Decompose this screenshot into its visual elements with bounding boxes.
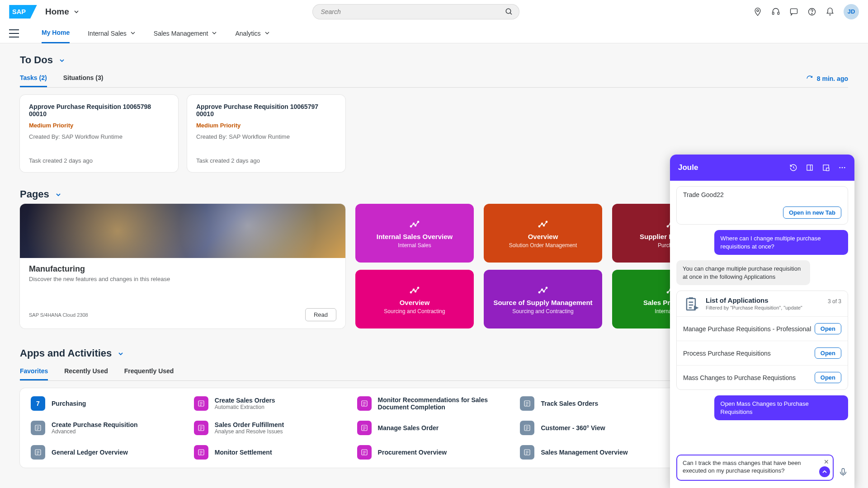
task-card[interactable]: Approve Purchase Requisition 10065797 00… [187,95,345,172]
page-tile[interactable]: Overview Solution Order Management [484,204,602,263]
feature-version: SAP S/4HANA Cloud 2308 [29,312,88,318]
chevron-down-icon [56,188,62,200]
app-icon [520,445,534,460]
headset-icon[interactable] [771,7,780,16]
task-priority: Medium Priority [196,122,336,129]
app-title: Monitor Recommendations for Sales Docume… [378,396,511,411]
open-in-new-tab-button[interactable]: Open in new Tab [783,206,841,219]
app-item[interactable]: Monitor Settlement [194,445,348,460]
app-item[interactable]: Create Purchase RequisitionAdvanced [31,421,185,435]
clear-input-icon[interactable]: ✕ [824,458,829,465]
svg-point-12 [415,225,416,226]
app-item[interactable]: 7Purchasing [31,396,185,411]
location-icon[interactable] [753,7,762,16]
expand-icon[interactable] [806,164,814,172]
feature-title: Manufacturing [29,264,336,274]
app-title: Customer - 360° View [541,424,605,432]
svg-point-17 [418,287,419,288]
joule-input[interactable] [683,459,816,475]
app-title: Manage Sales Order [378,424,439,432]
tile-subtitle: Internal Sales [398,242,431,249]
home-dropdown[interactable]: Home [45,7,79,17]
open-button[interactable]: Open [815,323,841,334]
todos-title[interactable]: To Dos [20,54,848,66]
search-input[interactable] [312,4,519,19]
svg-rect-5 [773,12,774,14]
joule-context-card: Trade Good22 Open in new Tab [676,186,848,225]
svg-rect-6 [778,12,779,14]
app-item[interactable]: Create Sales OrdersAutomatic Extraction [194,396,348,411]
feature-subtitle: Discover the new features and changes in… [29,276,336,282]
tab-tasks[interactable]: Tasks (2) [20,70,47,87]
list-item-label: Manage Purchase Requisitions - Professio… [683,325,815,333]
popout-icon[interactable] [822,164,830,172]
svg-point-26 [667,225,669,227]
app-item[interactable]: Procurement Overview [357,445,511,460]
nav-analytics[interactable]: Analytics [235,23,269,43]
app-item[interactable]: Manage Sales Order [357,421,511,435]
chat-icon[interactable] [789,7,798,16]
more-icon[interactable] [838,164,846,172]
app-title: Sales Order Fulfillment [215,421,284,428]
help-icon[interactable] [807,7,816,16]
page-tile[interactable]: Overview Sourcing and Contracting [355,270,474,328]
tab-situations[interactable]: Situations (3) [63,70,104,87]
history-icon[interactable] [789,164,797,172]
nav-sales-management[interactable]: Sales Management [154,23,217,43]
nav-internal-sales[interactable]: Internal Sales [88,23,136,43]
open-button[interactable]: Open [815,347,841,359]
app-title: Create Purchase Requisition [52,421,138,428]
svg-point-16 [415,291,416,292]
tab-frequently-used[interactable]: Frequently Used [124,363,174,380]
svg-rect-48 [807,165,812,170]
bell-icon[interactable] [826,7,835,16]
app-icon [31,421,45,435]
refresh-button[interactable]: 8 min. ago [806,75,848,82]
feature-card[interactable]: Manufacturing Discover the new features … [20,204,345,328]
tile-title: Internal Sales Overview [377,233,453,240]
menu-button[interactable] [9,29,19,38]
avatar[interactable]: JD [844,4,859,19]
sap-logo[interactable]: SAP [9,5,37,19]
nav-my-home[interactable]: My Home [42,23,70,43]
joule-input-wrap[interactable]: ✕ [676,455,834,481]
svg-point-13 [418,221,419,222]
svg-point-9 [811,13,812,14]
task-card[interactable]: Approve Purchase Requisition 10065798 00… [20,95,178,172]
app-icon [194,396,208,411]
joule-title: Joule [678,163,698,172]
svg-point-30 [667,291,669,293]
tab-recently-used[interactable]: Recently Used [64,363,108,380]
app-item[interactable]: Track Sales Orders [520,396,674,411]
svg-point-4 [757,9,759,11]
mic-icon[interactable] [838,467,848,477]
chevron-down-icon [264,30,270,37]
chevron-down-icon [59,54,66,66]
svg-point-25 [546,287,547,288]
send-button[interactable] [819,466,830,477]
chevron-down-icon [118,347,124,359]
app-icon [357,445,372,460]
open-button[interactable]: Open [815,372,841,383]
chart-icon [538,284,548,295]
app-icon [357,421,372,435]
read-button[interactable]: Read [305,308,336,321]
app-item[interactable]: Sales Order FulfillmentAnalyse and Resol… [194,421,348,435]
app-icon [31,445,45,460]
task-timestamp: Task created 2 days ago [196,157,336,164]
app-title: Purchasing [52,400,86,407]
tab-favorites[interactable]: Favorites [20,363,48,380]
chart-icon [409,218,420,229]
svg-point-18 [539,225,540,227]
svg-point-24 [543,291,545,292]
app-title: Procurement Overview [378,449,447,456]
search-icon[interactable] [505,8,513,17]
page-tile[interactable]: Source of Supply Management Sourcing and… [484,270,602,328]
app-title: Sales Management Overview [541,449,627,456]
app-item[interactable]: General Ledger Overview [31,445,185,460]
app-item[interactable]: Sales Management Overview [520,445,674,460]
app-item[interactable]: Monitor Recommendations for Sales Docume… [357,396,511,411]
app-item[interactable]: Customer - 360° View [520,421,674,435]
page-tile[interactable]: Internal Sales Overview Internal Sales [355,204,474,263]
task-timestamp: Task created 2 days ago [29,157,169,164]
